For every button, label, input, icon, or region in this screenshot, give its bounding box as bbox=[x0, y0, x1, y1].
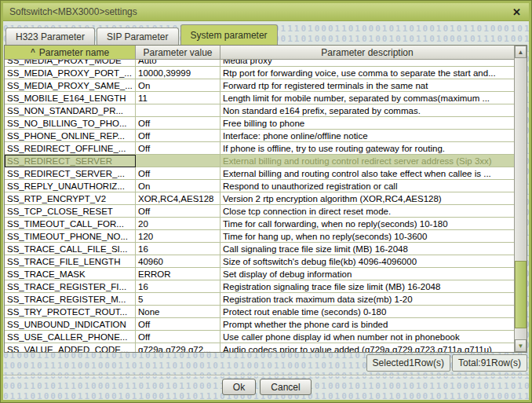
column-header-label: Parameter description bbox=[321, 47, 413, 58]
table-row[interactable]: SS_NO_BILLING_TO_PHO... Off Free billing… bbox=[5, 117, 514, 130]
column-header-parameter-name[interactable]: ^ Parameter name bbox=[5, 46, 136, 60]
cell-parameter-name: SS_TIMEOUT_PHONE_NO... bbox=[5, 230, 136, 243]
cell-parameter-value: Off bbox=[136, 167, 220, 180]
table-row[interactable]: SS_UNBOUND_INDICATION Off Prompt whether… bbox=[5, 318, 514, 331]
close-icon[interactable]: ✕ bbox=[511, 6, 523, 18]
table-row[interactable]: SS_TIMEOUT_CALL_FOR... 20 Time for call … bbox=[5, 218, 514, 230]
cell-parameter-value: XOR,RC4,AES128 bbox=[136, 192, 220, 205]
cell-parameter-description: If phone is offline, try to use routing … bbox=[220, 142, 514, 155]
cell-parameter-name: SS_REDIRECT_SERVER bbox=[5, 155, 136, 167]
table-row[interactable]: SS_TRACE_CALL_FILE_SI... 16 Call signali… bbox=[5, 243, 514, 255]
table-row[interactable]: SS_MEDIA_PROXY_SAME_... On Forward rtp f… bbox=[5, 79, 514, 92]
cell-parameter-name: SS_TIMEOUT_CALL_FOR... bbox=[5, 218, 136, 230]
cell-parameter-value: Off bbox=[136, 130, 220, 142]
table-row[interactable]: SS_TCP_CLOSE_RESET Off Close tcp connect… bbox=[5, 205, 514, 218]
cell-parameter-value: Off bbox=[136, 205, 220, 218]
total-count: Total:91Row(s) bbox=[452, 354, 527, 372]
scrollbar-track[interactable] bbox=[515, 58, 527, 339]
cell-parameter-name: SS_UNBOUND_INDICATION bbox=[5, 318, 136, 331]
table-row[interactable]: SS_RTP_ENCRYPT_V2 XOR,RC4,AES128 Version… bbox=[5, 192, 514, 205]
cell-parameter-description: Audio codecs prior to value added (g729a… bbox=[220, 343, 514, 352]
table-body-viewport: SS_MEDIA_PROXY_MODE Auto Media proxy SS_… bbox=[5, 60, 514, 352]
table-row[interactable]: SS_TIMEOUT_PHONE_NO... 120 Time for hang… bbox=[5, 230, 514, 243]
cell-parameter-description: Time for hang up, when no reply(seconds)… bbox=[220, 230, 514, 243]
cell-parameter-description: Rtp port for forwarding voice, use comma… bbox=[220, 67, 514, 79]
cell-parameter-description: Close tcp connection in direct reset mod… bbox=[220, 205, 514, 218]
cell-parameter-value: 20 bbox=[136, 218, 220, 230]
cell-parameter-description: Use caller phone display id when number … bbox=[220, 331, 514, 343]
table-row[interactable]: SS_VALUE_ADDED_CODE... g729a,g729,g72...… bbox=[5, 343, 514, 352]
sort-ascending-icon: ^ bbox=[31, 48, 35, 57]
tab-bar: H323 ParameterSIP ParameterSystem parame… bbox=[5, 21, 527, 45]
column-header-parameter-value[interactable]: Parameter value bbox=[136, 46, 220, 60]
table-body: SS_MEDIA_PROXY_MODE Auto Media proxy SS_… bbox=[5, 60, 514, 352]
ok-button[interactable]: Ok bbox=[222, 379, 256, 395]
cell-parameter-value: 40960 bbox=[136, 255, 220, 268]
table-row[interactable]: SS_REPLY_UNAUTHORIZ... On Respond to una… bbox=[5, 180, 514, 192]
table-row[interactable]: SS_REDIRECT_SERVER External billing and … bbox=[5, 155, 514, 167]
cell-parameter-value: g729a,g729,g72... bbox=[136, 343, 220, 352]
column-header-label: Parameter value bbox=[143, 47, 212, 58]
cell-parameter-value: Off bbox=[136, 142, 220, 155]
tab-sip-parameter[interactable]: SIP Parameter bbox=[97, 27, 178, 45]
scrollbar-thumb[interactable] bbox=[515, 261, 527, 328]
cell-parameter-name: SS_MEDIA_PROXY_MODE bbox=[5, 60, 136, 67]
cell-parameter-value: Auto bbox=[136, 60, 220, 67]
titlebar: Softswitch<MBX3000>settings ✕ bbox=[3, 3, 529, 21]
button-area-divider bbox=[2, 375, 530, 376]
table-row[interactable]: SS_TRY_PROTECT_ROUT... None Protect rout… bbox=[5, 306, 514, 318]
cell-parameter-description: Call signaling trace file size limit (MB… bbox=[220, 243, 514, 255]
window-title: Softswitch<MBX3000>settings bbox=[9, 6, 511, 17]
cell-parameter-description: Registration signaling trace file size l… bbox=[220, 280, 514, 293]
cell-parameter-name: SS_REDIRECT_SERVER_... bbox=[5, 167, 136, 180]
table-row[interactable]: SS_REDIRECT_OFFLINE_... Off If phone is … bbox=[5, 142, 514, 155]
cell-parameter-name: SS_RTP_ENCRYPT_V2 bbox=[5, 192, 136, 205]
cell-parameter-value: Off bbox=[136, 117, 220, 130]
cell-parameter-name: SS_REPLY_UNAUTHORIZ... bbox=[5, 180, 136, 192]
vertical-scrollbar[interactable]: ▲ ▼ bbox=[514, 46, 527, 352]
cell-parameter-name: SS_TRACE_CALL_FILE_SI... bbox=[5, 243, 136, 255]
cell-parameter-value bbox=[136, 104, 220, 117]
table-row[interactable]: SS_MOBILE_E164_LENGTH 11 Length limit fo… bbox=[5, 92, 514, 104]
cell-parameter-name: SS_NO_BILLING_TO_PHO... bbox=[5, 117, 136, 130]
cell-parameter-description: Media proxy bbox=[220, 60, 514, 67]
tab-h323-parameter[interactable]: H323 Parameter bbox=[5, 27, 95, 45]
cell-parameter-description: Respond to unauthorized registration or … bbox=[220, 180, 514, 192]
cell-parameter-value: Off bbox=[136, 331, 220, 343]
cell-parameter-name: SS_MOBILE_E164_LENGTH bbox=[5, 92, 136, 104]
table-row[interactable]: SS_MEDIA_PROXY_PORT_... 10000,39999 Rtp … bbox=[5, 67, 514, 79]
cell-parameter-description: Non standard e164 prefix, separated by c… bbox=[220, 104, 514, 117]
table-row[interactable]: SS_MEDIA_PROXY_MODE Auto Media proxy bbox=[5, 60, 514, 67]
cell-parameter-name: SS_TRACE_REGISTER_M... bbox=[5, 293, 136, 306]
table-row[interactable]: SS_TRACE_REGISTER_FI... 16 Registration … bbox=[5, 280, 514, 293]
cell-parameter-name: SS_TRACE_FILE_LENGTH bbox=[5, 255, 136, 268]
table-row[interactable]: SS_REDIRECT_SERVER_... Off External bill… bbox=[5, 167, 514, 180]
table-row[interactable]: SS_TRACE_MASK ERROR Set display of debug… bbox=[5, 268, 514, 280]
table-row[interactable]: SS_USE_CALLER_PHONE... Off Use caller ph… bbox=[5, 331, 514, 343]
cell-parameter-value: Off bbox=[136, 318, 220, 331]
tab-system-parameter[interactable]: System parameter bbox=[180, 24, 278, 45]
scroll-up-icon[interactable]: ▲ bbox=[515, 46, 527, 58]
cell-parameter-value: None bbox=[136, 306, 220, 318]
cell-parameter-name: SS_MEDIA_PROXY_PORT_... bbox=[5, 67, 136, 79]
settings-dialog: 1011010001011101001000110101110100010110… bbox=[0, 0, 532, 403]
cell-parameter-description: Registration track maximum data size(mb)… bbox=[220, 293, 514, 306]
cell-parameter-description: Prompt whether the phone card is binded bbox=[220, 318, 514, 331]
column-header-parameter-description[interactable]: Parameter description bbox=[220, 46, 514, 60]
cell-parameter-value bbox=[136, 155, 220, 167]
column-header-label: Parameter name bbox=[39, 47, 109, 58]
cancel-button[interactable]: Cancel bbox=[260, 379, 312, 395]
cell-parameter-name: SS_PHONE_ONLINE_REP... bbox=[5, 130, 136, 142]
cell-parameter-value: On bbox=[136, 79, 220, 92]
table-row[interactable]: SS_NON_STANDARD_PR... Non standard e164 … bbox=[5, 104, 514, 117]
cell-parameter-value: 10000,39999 bbox=[136, 67, 220, 79]
cell-parameter-description: External billing and routing control red… bbox=[220, 155, 514, 167]
cell-parameter-value: 16 bbox=[136, 243, 220, 255]
table-row[interactable]: SS_TRACE_REGISTER_M... 5 Registration tr… bbox=[5, 293, 514, 306]
scroll-down-icon[interactable]: ▼ bbox=[515, 339, 527, 352]
cell-parameter-name: SS_MEDIA_PROXY_SAME_... bbox=[5, 79, 136, 92]
table-row[interactable]: SS_TRACE_FILE_LENGTH 40960 Size of softs… bbox=[5, 255, 514, 268]
cell-parameter-description: External billing and routing control als… bbox=[220, 167, 514, 180]
table-row[interactable]: SS_PHONE_ONLINE_REP... Off Interface: ph… bbox=[5, 130, 514, 142]
cell-parameter-description: Interface: phone online/offline notice bbox=[220, 130, 514, 142]
